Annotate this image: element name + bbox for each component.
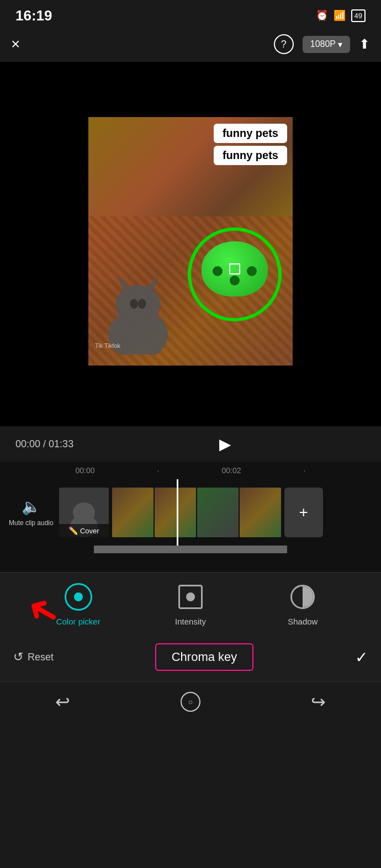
shadow-half bbox=[303, 586, 313, 607]
back-nav-button[interactable]: ↩ bbox=[55, 691, 70, 712]
svg-marker-3 bbox=[147, 275, 159, 290]
resolution-button[interactable]: 1080P ▾ bbox=[303, 36, 350, 53]
pencil-icon: ✏️ bbox=[68, 526, 78, 535]
status-icons: ⏰ 📶 49 bbox=[316, 9, 366, 22]
color-picker-label: Color picker bbox=[56, 617, 100, 626]
intensity-dot bbox=[186, 592, 195, 601]
intensity-icon-wrap bbox=[175, 581, 206, 612]
text-overlay-2[interactable]: funny pets bbox=[214, 146, 287, 165]
timestamp-dot-1: · bbox=[157, 466, 160, 475]
timeline-selection-bar bbox=[94, 546, 287, 553]
cover-label-area: ✏️ Cover bbox=[59, 524, 109, 537]
clip-thumb-4[interactable] bbox=[240, 488, 281, 537]
home-nav-button[interactable]: ○ bbox=[181, 692, 200, 712]
add-clip-button[interactable]: + bbox=[284, 488, 323, 537]
svg-point-5 bbox=[138, 299, 146, 309]
toolbar-tools: Color picker Intensity Shadow bbox=[0, 581, 381, 626]
cover-thumbnail[interactable]: ✏️ Cover bbox=[59, 488, 109, 537]
mute-label: Mute clip audio bbox=[9, 519, 54, 528]
clip-thumb-3[interactable] bbox=[197, 488, 239, 537]
video-black-bottom bbox=[88, 366, 293, 415]
chevron-down-icon: ▾ bbox=[338, 39, 342, 50]
play-button[interactable]: ▶ bbox=[219, 435, 231, 453]
top-bar: × ? 1080P ▾ ⬆ bbox=[0, 29, 381, 62]
svg-marker-2 bbox=[117, 275, 129, 290]
clip-strip: + bbox=[112, 488, 381, 537]
recent-nav-button[interactable]: ↪ bbox=[311, 691, 326, 712]
video-content: funny pets funny pets Tik Tikfok bbox=[88, 117, 293, 366]
text-overlay-1[interactable]: funny pets bbox=[214, 124, 287, 143]
chroma-key-button[interactable]: Chroma key bbox=[155, 643, 254, 671]
status-time: 16:19 bbox=[15, 7, 52, 24]
toy-hole-2 bbox=[247, 266, 257, 276]
upload-button[interactable]: ⬆ bbox=[359, 36, 370, 52]
shadow-label: Shadow bbox=[288, 617, 318, 626]
bottom-toolbar: Color picker Intensity Shadow ➜ bbox=[0, 572, 381, 681]
video-black-top bbox=[88, 73, 293, 117]
timestamp-2: 00:02 bbox=[222, 466, 241, 475]
cover-label: Cover bbox=[80, 527, 99, 535]
clip-thumb-2[interactable] bbox=[155, 488, 196, 537]
svg-point-1 bbox=[116, 285, 161, 325]
svg-point-8 bbox=[73, 502, 95, 522]
color-picker-dot bbox=[74, 592, 83, 601]
top-right-controls: ? 1080P ▾ ⬆ bbox=[274, 34, 370, 54]
playhead[interactable] bbox=[177, 479, 178, 546]
clip-thumb-1[interactable] bbox=[112, 488, 154, 537]
alarm-icon: ⏰ bbox=[316, 9, 328, 22]
battery-icon: 49 bbox=[351, 9, 366, 22]
shadow-icon bbox=[290, 585, 315, 609]
timeline-track: 🔈 Mute clip audio ✏️ Cover + bbox=[0, 479, 381, 546]
timeline-area: 00:00 · 00:02 · 🔈 Mute clip audio ✏️ Cov… bbox=[0, 462, 381, 572]
toy-hole-3 bbox=[230, 276, 240, 285]
help-button[interactable]: ? bbox=[274, 34, 294, 54]
color-sample-indicator[interactable] bbox=[229, 263, 240, 274]
timeline-timestamps: 00:00 · 00:02 · bbox=[0, 462, 381, 479]
intensity-label: Intensity bbox=[175, 617, 206, 626]
reset-button[interactable]: ↺ Reset bbox=[13, 650, 54, 664]
close-button[interactable]: × bbox=[11, 35, 20, 53]
timestamp-dot-2: · bbox=[304, 466, 306, 475]
video-preview: funny pets funny pets Tik Tikfok bbox=[0, 62, 381, 426]
reset-label: Reset bbox=[28, 652, 54, 663]
status-bar: 16:19 ⏰ 📶 49 bbox=[0, 0, 381, 29]
wifi-icon: 📶 bbox=[334, 9, 346, 22]
bottom-action-bar: ↺ Reset Chroma key ✓ bbox=[0, 637, 381, 677]
shadow-icon-wrap bbox=[287, 581, 318, 612]
tiktok-watermark: Tik Tikfok bbox=[95, 342, 120, 349]
reset-icon: ↺ bbox=[13, 650, 23, 664]
timestamp-1: 00:00 bbox=[76, 466, 95, 475]
playback-bar: 00:00 / 01:33 ▶ bbox=[0, 426, 381, 462]
speaker-icon: 🔈 bbox=[22, 497, 41, 516]
svg-point-4 bbox=[130, 299, 138, 309]
shadow-tool[interactable]: Shadow bbox=[278, 581, 327, 626]
nav-bar: ↩ ○ ↪ bbox=[0, 681, 381, 721]
color-picker-icon bbox=[65, 583, 92, 611]
video-frame: funny pets funny pets Tik Tikfok bbox=[88, 73, 293, 415]
mute-clip-audio-button[interactable]: 🔈 Mute clip audio bbox=[9, 497, 54, 528]
current-time: 00:00 / 01:33 bbox=[15, 438, 73, 450]
color-picker-tool[interactable]: Color picker bbox=[54, 581, 103, 626]
intensity-icon bbox=[178, 585, 203, 609]
cat-silhouette bbox=[94, 255, 182, 354]
intensity-tool[interactable]: Intensity bbox=[166, 581, 215, 626]
toy-body bbox=[202, 241, 268, 297]
color-picker-icon-wrap bbox=[63, 581, 94, 612]
confirm-button[interactable]: ✓ bbox=[355, 648, 368, 666]
green-toy bbox=[188, 227, 282, 321]
toy-hole-1 bbox=[213, 266, 223, 276]
